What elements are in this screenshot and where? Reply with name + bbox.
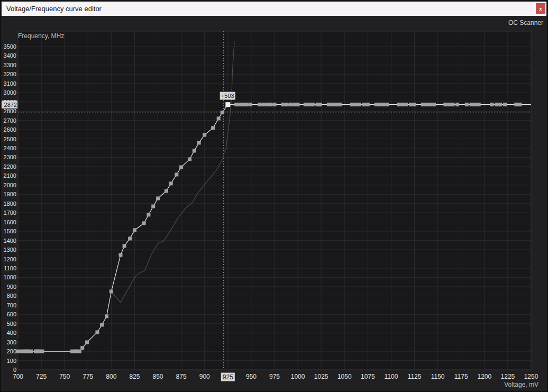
curve-point[interactable]	[354, 103, 358, 106]
titlebar[interactable]: Voltage/Frequency curve editor	[2, 2, 546, 16]
curve-point[interactable]	[503, 103, 507, 106]
curve-point[interactable]	[358, 103, 361, 106]
curve-point[interactable]	[296, 103, 300, 106]
curve-point[interactable]	[273, 103, 277, 106]
curve-point[interactable]	[447, 103, 451, 106]
curve-point[interactable]	[147, 213, 150, 216]
curve-point[interactable]	[16, 350, 20, 353]
curve-point[interactable]	[397, 103, 400, 106]
curve-point[interactable]	[304, 103, 307, 106]
y-axis-tick-label: 1400	[4, 238, 16, 244]
curve-point[interactable]	[80, 346, 84, 350]
curve-point[interactable]	[432, 103, 436, 106]
curve-point[interactable]	[197, 141, 201, 144]
curve-point[interactable]	[85, 340, 89, 344]
curve-point[interactable]	[514, 103, 518, 106]
close-button[interactable]: x	[536, 3, 545, 14]
curve-point[interactable]	[334, 103, 338, 106]
curve-point[interactable]	[400, 103, 404, 106]
curve-point[interactable]	[490, 103, 494, 106]
curve-point[interactable]	[338, 103, 342, 106]
curve-point[interactable]	[473, 103, 477, 106]
curve-point[interactable]	[151, 205, 155, 208]
curve-point[interactable]	[258, 103, 261, 106]
curve-point[interactable]	[318, 103, 322, 106]
curve-point[interactable]	[331, 103, 334, 106]
curve-point[interactable]	[123, 244, 126, 248]
curve-point[interactable]	[261, 103, 265, 106]
y-axis-tick-label: 1800	[4, 200, 16, 207]
y-axis-tick-label: 1000	[4, 274, 16, 280]
curve-point[interactable]	[217, 116, 221, 120]
curve-point[interactable]	[234, 103, 238, 106]
curve-point[interactable]	[133, 228, 136, 232]
curve-point[interactable]	[288, 103, 292, 106]
curve-point[interactable]	[29, 350, 33, 353]
curve-point[interactable]	[404, 103, 408, 106]
curve-point[interactable]	[311, 103, 315, 106]
curve-point[interactable]	[78, 350, 81, 353]
curve-point[interactable]	[142, 221, 146, 225]
curve-point[interactable]	[477, 103, 481, 106]
curve-point[interactable]	[375, 103, 378, 106]
curve-point[interactable]	[238, 103, 242, 106]
curve-point[interactable]	[269, 103, 272, 106]
x-axis-tick-label: 1150	[431, 373, 445, 380]
curve-point[interactable]	[109, 289, 113, 293]
curve-point[interactable]	[451, 103, 454, 106]
y-axis-tick-label: 3300	[4, 62, 16, 68]
curve-point[interactable]	[100, 323, 104, 326]
curve-point[interactable]	[245, 103, 249, 106]
curve-point[interactable]	[425, 103, 428, 106]
curve-point[interactable]	[95, 330, 99, 334]
curve-point[interactable]	[409, 103, 413, 106]
vf-curve-chart[interactable]: 0100200300400500600700800900100011001200…	[1, 1, 548, 392]
curve-point[interactable]	[293, 103, 296, 106]
curve-point[interactable]	[249, 103, 252, 106]
curve-point[interactable]	[366, 103, 370, 106]
curve-point[interactable]	[350, 103, 354, 106]
curve-point[interactable]	[307, 103, 311, 106]
curve-point[interactable]	[175, 172, 178, 176]
curve-point[interactable]	[470, 103, 473, 106]
curve-point[interactable]	[165, 189, 168, 193]
curve-point[interactable]	[386, 103, 389, 106]
curve-point[interactable]	[193, 149, 196, 152]
curve-point[interactable]	[327, 103, 331, 106]
curve-point[interactable]	[179, 165, 183, 169]
curve-point[interactable]	[105, 314, 108, 318]
selected-curve-point[interactable]	[225, 102, 230, 107]
curve-point[interactable]	[156, 196, 160, 200]
x-axis-tick-label: 850	[153, 373, 163, 380]
curve-point[interactable]	[518, 103, 522, 106]
curve-point[interactable]	[495, 103, 498, 106]
y-axis-highlight-value: 2872	[4, 102, 17, 108]
y-axis-tick-label: 2600	[4, 126, 16, 133]
curve-point[interactable]	[443, 103, 447, 106]
curve-point[interactable]	[428, 103, 432, 106]
y-axis-tick-label: 900	[7, 284, 16, 290]
curve-point[interactable]	[221, 111, 224, 114]
curve-point[interactable]	[362, 103, 366, 106]
curve-point[interactable]	[188, 157, 191, 161]
curve-point[interactable]	[465, 103, 469, 106]
curve-point[interactable]	[211, 126, 215, 130]
curve-point[interactable]	[265, 103, 269, 106]
curve-point[interactable]	[128, 236, 132, 240]
curve-point[interactable]	[382, 103, 386, 106]
x-axis-tick-label: 1225	[501, 373, 515, 380]
curve-point[interactable]	[285, 103, 288, 106]
curve-point[interactable]	[413, 103, 416, 106]
curve-point[interactable]	[119, 253, 123, 257]
curve-point[interactable]	[378, 103, 382, 106]
curve-point[interactable]	[281, 103, 285, 106]
curve-point[interactable]	[421, 103, 425, 106]
curve-point[interactable]	[455, 103, 459, 106]
x-axis-tick-label: 750	[59, 373, 70, 380]
oc-scanner-button[interactable]: OC Scanner	[508, 16, 543, 30]
curve-point[interactable]	[169, 181, 173, 185]
curve-point[interactable]	[498, 103, 502, 106]
y-axis-tick-label: 3500	[4, 43, 16, 50]
curve-point[interactable]	[203, 133, 206, 136]
curve-point[interactable]	[40, 350, 44, 353]
